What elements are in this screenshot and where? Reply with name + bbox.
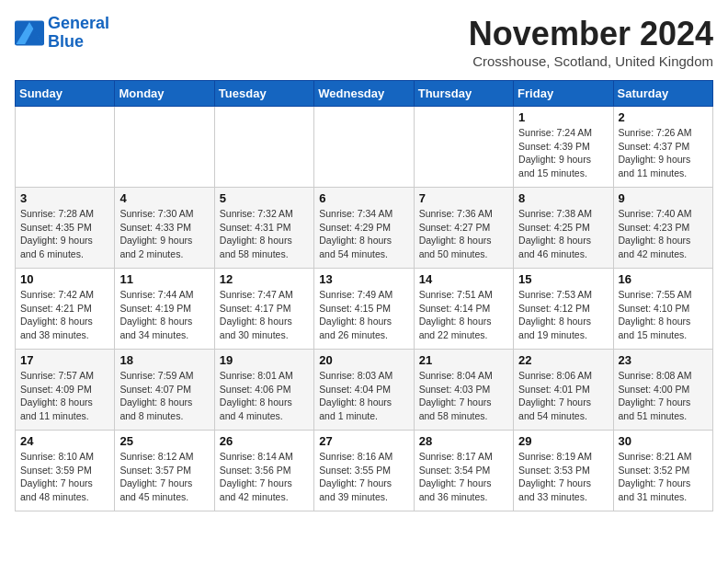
day-number: 10 — [20, 272, 109, 286]
day-number: 9 — [619, 191, 708, 205]
day-cell: 23Sunrise: 8:08 AM Sunset: 4:00 PM Dayli… — [613, 350, 712, 431]
col-header-friday: Friday — [514, 81, 613, 107]
day-cell: 26Sunrise: 8:14 AM Sunset: 3:56 PM Dayli… — [214, 431, 313, 511]
day-cell: 11Sunrise: 7:44 AM Sunset: 4:19 PM Dayli… — [115, 269, 214, 350]
logo-icon — [15, 20, 44, 46]
day-number: 18 — [119, 353, 209, 367]
day-info: Sunrise: 7:59 AM Sunset: 4:07 PM Dayligh… — [119, 369, 209, 423]
day-number: 26 — [220, 434, 309, 448]
day-info: Sunrise: 8:16 AM Sunset: 3:55 PM Dayligh… — [319, 450, 408, 504]
day-number: 19 — [220, 353, 309, 367]
week-row-3: 10Sunrise: 7:42 AM Sunset: 4:21 PM Dayli… — [16, 269, 713, 350]
week-row-4: 17Sunrise: 7:57 AM Sunset: 4:09 PM Dayli… — [16, 350, 713, 431]
title-block: November 2024 Crosshouse, Scotland, Unit… — [469, 15, 713, 69]
col-header-thursday: Thursday — [414, 81, 513, 107]
day-number: 28 — [419, 434, 508, 448]
day-info: Sunrise: 8:03 AM Sunset: 4:04 PM Dayligh… — [319, 369, 408, 423]
day-number: 4 — [119, 191, 209, 205]
day-info: Sunrise: 7:57 AM Sunset: 4:09 PM Dayligh… — [20, 369, 109, 423]
day-number: 3 — [20, 191, 109, 205]
day-info: Sunrise: 7:40 AM Sunset: 4:23 PM Dayligh… — [619, 207, 708, 261]
day-number: 2 — [619, 110, 708, 124]
day-cell: 30Sunrise: 8:21 AM Sunset: 3:52 PM Dayli… — [613, 431, 712, 511]
day-info: Sunrise: 7:55 AM Sunset: 4:10 PM Dayligh… — [619, 288, 708, 342]
day-info: Sunrise: 7:38 AM Sunset: 4:25 PM Dayligh… — [518, 207, 608, 261]
day-cell: 3Sunrise: 7:28 AM Sunset: 4:35 PM Daylig… — [16, 188, 115, 269]
day-info: Sunrise: 7:42 AM Sunset: 4:21 PM Dayligh… — [20, 288, 109, 342]
day-cell: 24Sunrise: 8:10 AM Sunset: 3:59 PM Dayli… — [16, 431, 115, 511]
logo-text: General Blue — [48, 15, 109, 52]
day-cell: 14Sunrise: 7:51 AM Sunset: 4:14 PM Dayli… — [414, 269, 513, 350]
day-number: 7 — [419, 191, 508, 205]
day-info: Sunrise: 7:24 AM Sunset: 4:39 PM Dayligh… — [518, 126, 608, 180]
day-number: 16 — [619, 272, 708, 286]
day-cell: 5Sunrise: 7:32 AM Sunset: 4:31 PM Daylig… — [214, 188, 313, 269]
day-cell: 19Sunrise: 8:01 AM Sunset: 4:06 PM Dayli… — [214, 350, 313, 431]
day-number: 24 — [20, 434, 109, 448]
day-cell: 12Sunrise: 7:47 AM Sunset: 4:17 PM Dayli… — [214, 269, 313, 350]
day-number: 22 — [518, 353, 608, 367]
day-cell — [414, 107, 513, 188]
day-info: Sunrise: 7:36 AM Sunset: 4:27 PM Dayligh… — [419, 207, 508, 261]
day-cell — [16, 107, 115, 188]
day-number: 5 — [220, 191, 309, 205]
day-number: 27 — [319, 434, 408, 448]
day-cell: 29Sunrise: 8:19 AM Sunset: 3:53 PM Dayli… — [514, 431, 613, 511]
col-header-saturday: Saturday — [613, 81, 712, 107]
day-number: 21 — [419, 353, 508, 367]
day-cell: 8Sunrise: 7:38 AM Sunset: 4:25 PM Daylig… — [514, 188, 613, 269]
col-header-sunday: Sunday — [16, 81, 115, 107]
day-cell — [115, 107, 214, 188]
day-info: Sunrise: 7:44 AM Sunset: 4:19 PM Dayligh… — [119, 288, 209, 342]
day-cell: 28Sunrise: 8:17 AM Sunset: 3:54 PM Dayli… — [414, 431, 513, 511]
day-number: 15 — [518, 272, 608, 286]
day-cell: 2Sunrise: 7:26 AM Sunset: 4:37 PM Daylig… — [613, 107, 712, 188]
day-cell: 27Sunrise: 8:16 AM Sunset: 3:55 PM Dayli… — [314, 431, 414, 511]
day-cell: 20Sunrise: 8:03 AM Sunset: 4:04 PM Dayli… — [314, 350, 414, 431]
day-info: Sunrise: 8:12 AM Sunset: 3:57 PM Dayligh… — [119, 450, 209, 504]
day-cell: 4Sunrise: 7:30 AM Sunset: 4:33 PM Daylig… — [115, 188, 214, 269]
day-info: Sunrise: 7:28 AM Sunset: 4:35 PM Dayligh… — [20, 207, 109, 261]
day-info: Sunrise: 7:26 AM Sunset: 4:37 PM Dayligh… — [619, 126, 708, 180]
day-info: Sunrise: 8:04 AM Sunset: 4:03 PM Dayligh… — [419, 369, 508, 423]
day-info: Sunrise: 8:10 AM Sunset: 3:59 PM Dayligh… — [20, 450, 109, 504]
day-number: 29 — [518, 434, 608, 448]
day-info: Sunrise: 7:51 AM Sunset: 4:14 PM Dayligh… — [419, 288, 508, 342]
day-info: Sunrise: 8:17 AM Sunset: 3:54 PM Dayligh… — [419, 450, 508, 504]
day-cell: 17Sunrise: 7:57 AM Sunset: 4:09 PM Dayli… — [16, 350, 115, 431]
day-info: Sunrise: 7:53 AM Sunset: 4:12 PM Dayligh… — [518, 288, 608, 342]
day-number: 6 — [319, 191, 408, 205]
day-info: Sunrise: 8:08 AM Sunset: 4:00 PM Dayligh… — [619, 369, 708, 423]
day-number: 23 — [619, 353, 708, 367]
day-cell: 10Sunrise: 7:42 AM Sunset: 4:21 PM Dayli… — [16, 269, 115, 350]
day-cell — [314, 107, 414, 188]
logo-line1: General — [48, 14, 109, 32]
calendar-header-row: SundayMondayTuesdayWednesdayThursdayFrid… — [16, 81, 713, 107]
day-number: 1 — [518, 110, 608, 124]
day-info: Sunrise: 7:32 AM Sunset: 4:31 PM Dayligh… — [220, 207, 309, 261]
day-cell: 22Sunrise: 8:06 AM Sunset: 4:01 PM Dayli… — [514, 350, 613, 431]
day-number: 8 — [518, 191, 608, 205]
day-info: Sunrise: 8:14 AM Sunset: 3:56 PM Dayligh… — [220, 450, 309, 504]
col-header-wednesday: Wednesday — [314, 81, 414, 107]
week-row-2: 3Sunrise: 7:28 AM Sunset: 4:35 PM Daylig… — [16, 188, 713, 269]
day-cell: 9Sunrise: 7:40 AM Sunset: 4:23 PM Daylig… — [613, 188, 712, 269]
day-cell: 1Sunrise: 7:24 AM Sunset: 4:39 PM Daylig… — [514, 107, 613, 188]
logo-line2: Blue — [48, 32, 84, 51]
day-cell: 6Sunrise: 7:34 AM Sunset: 4:29 PM Daylig… — [314, 188, 414, 269]
day-cell: 7Sunrise: 7:36 AM Sunset: 4:27 PM Daylig… — [414, 188, 513, 269]
day-number: 13 — [319, 272, 408, 286]
day-cell: 16Sunrise: 7:55 AM Sunset: 4:10 PM Dayli… — [613, 269, 712, 350]
day-cell — [214, 107, 313, 188]
day-cell: 25Sunrise: 8:12 AM Sunset: 3:57 PM Dayli… — [115, 431, 214, 511]
day-info: Sunrise: 8:19 AM Sunset: 3:53 PM Dayligh… — [518, 450, 608, 504]
day-number: 20 — [319, 353, 408, 367]
col-header-monday: Monday — [115, 81, 214, 107]
day-info: Sunrise: 8:01 AM Sunset: 4:06 PM Dayligh… — [220, 369, 309, 423]
week-row-5: 24Sunrise: 8:10 AM Sunset: 3:59 PM Dayli… — [16, 431, 713, 511]
day-info: Sunrise: 8:21 AM Sunset: 3:52 PM Dayligh… — [619, 450, 708, 504]
day-info: Sunrise: 8:06 AM Sunset: 4:01 PM Dayligh… — [518, 369, 608, 423]
month-title: November 2024 — [469, 15, 713, 53]
day-number: 25 — [119, 434, 209, 448]
day-number: 11 — [119, 272, 209, 286]
